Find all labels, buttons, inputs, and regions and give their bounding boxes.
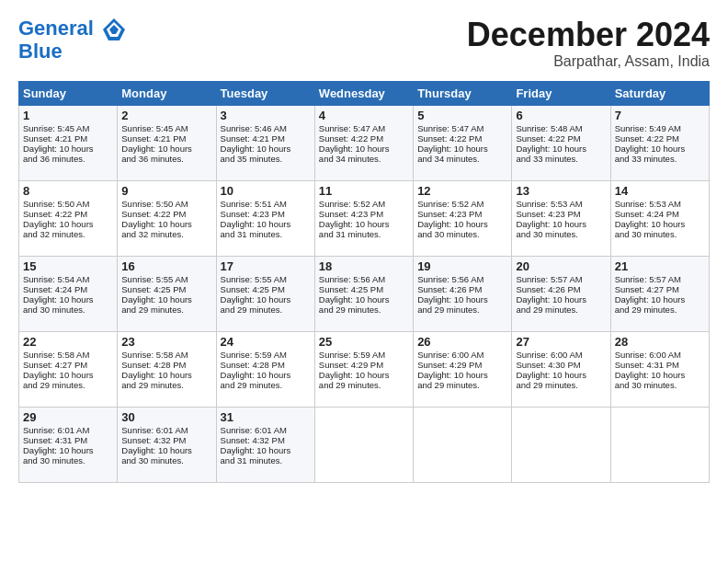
day-info-line: Sunrise: 5:51 AM	[221, 199, 311, 209]
calendar-cell: 12Sunrise: 5:52 AMSunset: 4:23 PMDayligh…	[414, 180, 512, 256]
day-number: 11	[319, 184, 409, 198]
day-info-line: Daylight: 10 hours	[319, 144, 409, 154]
day-info-line: and 30 minutes.	[615, 380, 705, 390]
calendar-cell: 1Sunrise: 5:45 AMSunset: 4:21 PMDaylight…	[19, 105, 118, 180]
day-info-line: and 30 minutes.	[23, 455, 113, 465]
calendar-cell	[314, 407, 413, 482]
day-number: 24	[221, 335, 311, 349]
day-info-line: Daylight: 10 hours	[23, 370, 113, 380]
day-number: 3	[221, 109, 311, 122]
day-info-line: Sunset: 4:32 PM	[121, 435, 211, 445]
day-info-line: and 34 minutes.	[319, 154, 409, 164]
day-info-line: Sunrise: 5:52 AM	[319, 199, 409, 209]
day-info-line: Daylight: 10 hours	[417, 144, 507, 154]
calendar-week-1: 1Sunrise: 5:45 AMSunset: 4:21 PMDaylight…	[19, 105, 710, 180]
calendar-week-3: 15Sunrise: 5:54 AMSunset: 4:24 PMDayligh…	[19, 256, 710, 331]
day-info-line: and 29 minutes.	[23, 380, 113, 390]
calendar-cell: 31Sunrise: 6:01 AMSunset: 4:32 PMDayligh…	[216, 407, 314, 482]
day-info-line: Daylight: 10 hours	[23, 219, 113, 229]
calendar-cell: 18Sunrise: 5:56 AMSunset: 4:25 PMDayligh…	[314, 256, 413, 331]
day-number: 27	[516, 335, 606, 349]
header-saturday: Saturday	[610, 81, 709, 105]
day-number: 7	[615, 109, 705, 122]
calendar-cell: 4Sunrise: 5:47 AMSunset: 4:22 PMDaylight…	[314, 105, 413, 180]
day-number: 12	[417, 184, 507, 198]
calendar-table: Sunday Monday Tuesday Wednesday Thursday…	[18, 81, 710, 483]
calendar-cell: 9Sunrise: 5:50 AMSunset: 4:22 PMDaylight…	[118, 180, 216, 256]
logo-general: General	[18, 17, 94, 40]
header-wednesday: Wednesday	[314, 81, 413, 105]
day-info-line: Daylight: 10 hours	[121, 144, 211, 154]
logo: General Blue	[18, 17, 127, 63]
calendar-cell: 19Sunrise: 5:56 AMSunset: 4:26 PMDayligh…	[414, 256, 512, 331]
day-info-line: Daylight: 10 hours	[516, 144, 606, 154]
calendar-cell: 28Sunrise: 6:00 AMSunset: 4:31 PMDayligh…	[610, 331, 709, 407]
day-info-line: Daylight: 10 hours	[221, 370, 311, 380]
calendar-cell: 7Sunrise: 5:49 AMSunset: 4:22 PMDaylight…	[610, 105, 709, 180]
day-info-line: Sunrise: 5:52 AM	[417, 199, 507, 209]
day-info-line: Daylight: 10 hours	[516, 370, 606, 380]
day-info-line: Sunset: 4:23 PM	[221, 209, 311, 219]
day-info-line: Sunrise: 6:00 AM	[615, 350, 705, 360]
calendar-cell: 6Sunrise: 5:48 AMSunset: 4:22 PMDaylight…	[512, 105, 610, 180]
calendar-cell: 10Sunrise: 5:51 AMSunset: 4:23 PMDayligh…	[216, 180, 314, 256]
day-info-line: Sunset: 4:27 PM	[23, 360, 113, 370]
day-info-line: Daylight: 10 hours	[221, 219, 311, 229]
header: General Blue December 2024 Barpathar, As…	[18, 17, 710, 70]
day-info-line: and 30 minutes.	[615, 229, 705, 239]
calendar-cell: 23Sunrise: 5:58 AMSunset: 4:28 PMDayligh…	[118, 331, 216, 407]
day-info-line: Sunset: 4:22 PM	[516, 133, 606, 144]
day-info-line: Sunrise: 6:01 AM	[221, 425, 311, 435]
calendar-cell: 25Sunrise: 5:59 AMSunset: 4:29 PMDayligh…	[314, 331, 413, 407]
calendar-cell: 15Sunrise: 5:54 AMSunset: 4:24 PMDayligh…	[19, 256, 118, 331]
day-info-line: and 32 minutes.	[23, 229, 113, 239]
day-number: 30	[121, 410, 211, 424]
day-info-line: Daylight: 10 hours	[221, 445, 311, 455]
calendar-body: 1Sunrise: 5:45 AMSunset: 4:21 PMDaylight…	[19, 105, 710, 482]
calendar-cell	[610, 407, 709, 482]
calendar-header-row: Sunday Monday Tuesday Wednesday Thursday…	[19, 81, 710, 105]
calendar-week-2: 8Sunrise: 5:50 AMSunset: 4:22 PMDaylight…	[19, 180, 710, 256]
day-info-line: and 29 minutes.	[221, 380, 311, 390]
day-info-line: Daylight: 10 hours	[417, 370, 507, 380]
day-info-line: and 29 minutes.	[121, 380, 211, 390]
day-info-line: Sunrise: 6:01 AM	[23, 425, 113, 435]
day-number: 10	[221, 184, 311, 198]
header-tuesday: Tuesday	[216, 81, 314, 105]
day-info-line: Sunrise: 5:45 AM	[121, 123, 211, 133]
logo-blue: Blue	[18, 40, 127, 63]
day-info-line: Sunrise: 5:45 AM	[23, 123, 113, 133]
calendar-cell: 3Sunrise: 5:46 AMSunset: 4:21 PMDaylight…	[216, 105, 314, 180]
day-info-line: Sunrise: 5:50 AM	[121, 199, 211, 209]
day-number: 16	[121, 259, 211, 273]
day-info-line: and 36 minutes.	[121, 154, 211, 164]
day-info-line: Sunset: 4:32 PM	[221, 435, 311, 445]
day-info-line: Daylight: 10 hours	[615, 370, 705, 380]
day-info-line: Sunrise: 5:49 AM	[615, 123, 705, 133]
day-number: 20	[516, 259, 606, 273]
day-number: 22	[23, 335, 113, 349]
calendar-cell	[512, 407, 610, 482]
day-info-line: and 29 minutes.	[417, 304, 507, 315]
calendar-cell: 11Sunrise: 5:52 AMSunset: 4:23 PMDayligh…	[314, 180, 413, 256]
header-friday: Friday	[512, 81, 610, 105]
calendar-cell: 13Sunrise: 5:53 AMSunset: 4:23 PMDayligh…	[512, 180, 610, 256]
calendar-cell: 20Sunrise: 5:57 AMSunset: 4:26 PMDayligh…	[512, 256, 610, 331]
day-info-line: Sunset: 4:21 PM	[23, 133, 113, 144]
day-info-line: and 31 minutes.	[221, 229, 311, 239]
day-number: 1	[23, 109, 113, 122]
day-info-line: Sunset: 4:25 PM	[221, 284, 311, 294]
calendar-cell: 24Sunrise: 5:59 AMSunset: 4:28 PMDayligh…	[216, 331, 314, 407]
day-number: 23	[121, 335, 211, 349]
day-info-line: and 30 minutes.	[121, 455, 211, 465]
day-info-line: and 29 minutes.	[516, 304, 606, 315]
day-info-line: Sunrise: 5:50 AM	[23, 199, 113, 209]
day-info-line: Daylight: 10 hours	[319, 294, 409, 304]
day-info-line: Daylight: 10 hours	[417, 294, 507, 304]
day-info-line: and 29 minutes.	[319, 380, 409, 390]
day-number: 8	[23, 184, 113, 198]
header-thursday: Thursday	[414, 81, 512, 105]
calendar-cell: 27Sunrise: 6:00 AMSunset: 4:30 PMDayligh…	[512, 331, 610, 407]
day-info-line: Sunrise: 5:47 AM	[319, 123, 409, 133]
day-info-line: Sunrise: 5:53 AM	[516, 199, 606, 209]
